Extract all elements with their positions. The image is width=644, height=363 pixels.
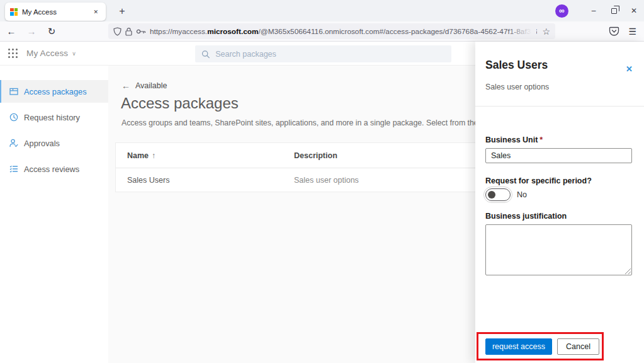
required-asterisk: * (539, 135, 543, 144)
panel-title: Sales Users (485, 59, 631, 72)
search-box[interactable] (195, 45, 451, 62)
sidebar-item-request-history[interactable]: Request history (0, 106, 108, 129)
microsoft-logo-icon (10, 8, 18, 16)
app-title[interactable]: My Access (26, 49, 68, 58)
lock-icon[interactable] (125, 27, 132, 36)
specific-period-label: Request for specific period? (485, 176, 631, 185)
tab-close-icon[interactable]: ✕ (91, 8, 101, 16)
bookmark-star-icon[interactable]: ☆ (542, 26, 550, 37)
sidebar-item-approvals[interactable]: Approvals (0, 132, 108, 154)
sidebar-item-access-packages[interactable]: Access packages (0, 80, 108, 103)
details-panel: Sales Users ✕ Sales user options Busines… (475, 42, 644, 363)
shield-icon[interactable] (113, 27, 121, 36)
browser-tab-bar: My Access ✕ + ∞ – ✕ (0, 0, 644, 21)
search-icon (201, 50, 210, 59)
history-icon (9, 112, 19, 122)
url-fade (507, 25, 536, 38)
sort-asc-icon: ↑ (152, 151, 155, 160)
sidebar: Access packages Request history Approval… (0, 66, 108, 363)
period-toggle[interactable] (485, 188, 511, 201)
panel-close-icon[interactable]: ✕ (626, 64, 633, 74)
tab-title: My Access (22, 8, 86, 16)
search-input[interactable] (215, 50, 445, 59)
browser-tab[interactable]: My Access ✕ (5, 3, 106, 21)
sidebar-item-label: Request history (24, 113, 80, 122)
cancel-button[interactable]: Cancel (557, 338, 599, 355)
sidebar-item-label: Access reviews (24, 164, 79, 174)
business-unit-input[interactable] (485, 148, 632, 163)
toggle-state-label: No (517, 190, 527, 199)
sidebar-item-label: Approvals (24, 139, 60, 148)
back-arrow-icon[interactable]: ← (121, 81, 130, 91)
panel-subtitle: Sales user options (485, 83, 631, 91)
hamburger-menu-icon[interactable]: ☰ (628, 26, 636, 37)
business-justification-label: Business justification (485, 212, 631, 221)
sidebar-item-access-reviews[interactable]: Access reviews (0, 158, 108, 180)
key-icon[interactable] (136, 28, 146, 35)
request-access-button[interactable]: request access (485, 338, 552, 355)
cell-name[interactable]: Sales Users (127, 176, 294, 185)
waffle-icon[interactable] (8, 48, 18, 59)
reviews-icon (9, 164, 19, 174)
breadcrumb-label[interactable]: Available (135, 81, 167, 90)
column-name[interactable]: Name↑ (127, 151, 294, 160)
business-justification-textarea[interactable] (485, 224, 632, 275)
sidebar-item-label: Access packages (24, 87, 87, 96)
url-bar[interactable]: https://myaccess.microsoft.com/@M365x506… (108, 23, 555, 39)
new-tab-button[interactable]: + (115, 4, 130, 19)
window-restore-button[interactable] (604, 0, 624, 21)
chevron-down-icon[interactable]: ∨ (72, 50, 76, 57)
divider (475, 106, 644, 107)
pocket-icon[interactable] (609, 26, 619, 37)
private-browsing-icon: ∞ (555, 4, 568, 18)
approvals-icon (9, 138, 19, 148)
url-text: https://myaccess.microsoft.com/@M365x506… (150, 27, 537, 36)
window-close-button[interactable]: ✕ (624, 0, 644, 21)
toggle-knob (488, 191, 495, 199)
browser-toolbar: ← → ↻ https://myaccess.microsoft.com/@M3… (0, 21, 644, 42)
forward-button[interactable]: → (23, 23, 40, 40)
back-button[interactable]: ← (3, 23, 20, 40)
window-minimize-button[interactable]: – (584, 0, 604, 21)
restore-icon (611, 8, 617, 14)
business-unit-label: Business Unit* (485, 135, 631, 144)
reload-button[interactable]: ↻ (43, 23, 60, 40)
package-icon (9, 86, 19, 96)
